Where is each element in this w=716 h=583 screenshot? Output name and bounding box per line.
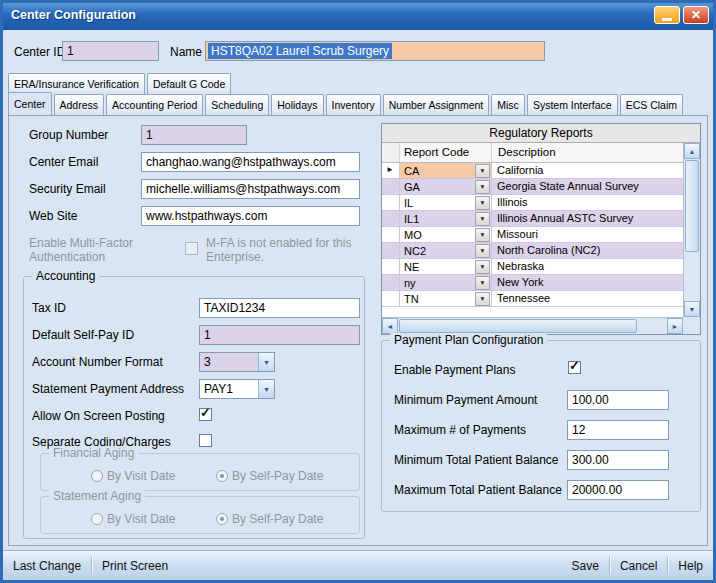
tab-accounting-period[interactable]: Accounting Period xyxy=(106,94,203,115)
tab-system-interface[interactable]: System Interface xyxy=(527,94,618,115)
table-row[interactable]: NE▼ Nebraska xyxy=(382,259,683,275)
minimum-payment-amount-input[interactable] xyxy=(567,390,669,410)
report-code-cell[interactable]: TN▼ xyxy=(400,291,492,307)
last-change-button[interactable]: Last Change xyxy=(3,559,91,573)
horizontal-scroll-track[interactable] xyxy=(638,318,667,334)
statement-payment-address-select[interactable]: PAY1 ▼ xyxy=(199,379,275,399)
statement-aging-by-visit-date-radio[interactable] xyxy=(91,513,103,525)
close-button[interactable]: ✕ xyxy=(683,6,709,24)
web-site-input[interactable] xyxy=(141,206,360,226)
report-code-cell[interactable]: NE▼ xyxy=(400,259,492,275)
vertical-scroll-thumb[interactable] xyxy=(685,160,699,252)
tab-number-assignment[interactable]: Number Assignment xyxy=(383,94,490,115)
dropdown-button[interactable]: ▼ xyxy=(475,292,490,306)
table-row[interactable]: NC2▼ North Carolina (NC2) xyxy=(382,243,683,259)
tab-era-insurance-verification[interactable]: ERA/Insurance Verification xyxy=(8,73,145,94)
group-number-input[interactable] xyxy=(141,125,247,145)
combo-button[interactable]: ▼ xyxy=(258,353,274,371)
tab-scheduling[interactable]: Scheduling xyxy=(205,94,269,115)
description-cell[interactable]: Missouri xyxy=(492,227,683,243)
report-code-cell[interactable]: IL1▼ xyxy=(400,211,492,227)
dropdown-button[interactable]: ▼ xyxy=(475,244,490,258)
description-cell[interactable]: North Carolina (NC2) xyxy=(492,243,683,259)
save-button[interactable]: Save xyxy=(562,559,609,573)
table-row[interactable]: ► CA▼ California xyxy=(382,163,683,179)
grid-col-description[interactable]: Description xyxy=(492,143,683,162)
dropdown-button[interactable]: ▼ xyxy=(475,276,490,290)
mfa-checkbox[interactable] xyxy=(185,242,198,255)
separate-coding-charges-checkbox[interactable] xyxy=(199,434,212,447)
description-cell[interactable]: California xyxy=(492,163,683,179)
mfa-note: M-FA is not enabled for this Enterprise. xyxy=(206,236,374,264)
scroll-down-button[interactable]: ▼ xyxy=(684,301,700,317)
table-row[interactable]: ny▼ New York xyxy=(382,275,683,291)
report-code-cell[interactable]: MO▼ xyxy=(400,227,492,243)
table-row[interactable]: IL1▼ Illinois Annual ASTC Survey xyxy=(382,211,683,227)
vertical-scroll-track[interactable] xyxy=(684,253,700,301)
chevron-down-icon: ▼ xyxy=(479,231,485,238)
default-self-pay-id-input[interactable] xyxy=(199,325,360,345)
description-cell[interactable]: Georgia State Annual Survey xyxy=(492,179,683,195)
grid-selector-header xyxy=(382,143,400,162)
help-button[interactable]: Help xyxy=(668,559,713,573)
security-email-input[interactable] xyxy=(141,179,360,199)
dropdown-button[interactable]: ▼ xyxy=(475,260,490,274)
table-row[interactable]: MO▼ Missouri xyxy=(382,227,683,243)
horizontal-scroll-thumb[interactable] xyxy=(399,319,637,333)
tab-misc[interactable]: Misc xyxy=(491,94,525,115)
report-code-cell[interactable]: NC2▼ xyxy=(400,243,492,259)
combo-button[interactable]: ▼ xyxy=(258,380,274,398)
statement-aging-by-visit-date-label: By Visit Date xyxy=(107,512,175,526)
tab-holidays[interactable]: Holidays xyxy=(271,94,323,115)
tab-address[interactable]: Address xyxy=(54,94,105,115)
cancel-button[interactable]: Cancel xyxy=(610,559,667,573)
print-screen-button[interactable]: Print Screen xyxy=(92,559,178,573)
regulatory-reports-title: Regulatory Reports xyxy=(382,124,700,143)
report-code-cell[interactable]: ny▼ xyxy=(400,275,492,291)
report-code-cell[interactable]: IL▼ xyxy=(400,195,492,211)
description-cell[interactable]: Nebraska xyxy=(492,259,683,275)
report-code-cell[interactable]: GA▼ xyxy=(400,179,492,195)
table-row[interactable]: IL▼ Illinois xyxy=(382,195,683,211)
description-cell[interactable]: Tennessee xyxy=(492,291,683,307)
account-number-format-select[interactable]: 3 ▼ xyxy=(199,352,275,372)
dropdown-button[interactable]: ▼ xyxy=(475,212,490,226)
financial-aging-by-self-pay-date-radio[interactable] xyxy=(216,470,228,482)
maximum-payments-input[interactable] xyxy=(567,420,669,440)
tab-center[interactable]: Center xyxy=(8,92,52,115)
tab-inventory[interactable]: Inventory xyxy=(326,94,381,115)
financial-aging-by-visit-date-radio[interactable] xyxy=(91,470,103,482)
table-row[interactable]: GA▼ Georgia State Annual Survey xyxy=(382,179,683,195)
row-selector xyxy=(382,275,400,291)
description-cell[interactable]: Illinois xyxy=(492,195,683,211)
scroll-left-button[interactable]: ◄ xyxy=(382,318,398,334)
vertical-scrollbar[interactable]: ▲ ▼ xyxy=(683,143,700,317)
scroll-right-button[interactable]: ► xyxy=(667,318,683,334)
dropdown-button[interactable]: ▼ xyxy=(475,196,490,210)
statement-aging-by-self-pay-date-radio[interactable] xyxy=(216,513,228,525)
minimize-button[interactable] xyxy=(654,6,680,24)
window-titlebar[interactable]: Center Configuration ✕ xyxy=(0,0,716,30)
allow-on-screen-posting-checkbox[interactable]: ✓ xyxy=(199,408,212,421)
grid-col-report-code[interactable]: Report Code xyxy=(400,143,492,162)
horizontal-scrollbar[interactable]: ◄ ► xyxy=(382,317,683,334)
name-input[interactable]: HST8QA02 Laurel Scrub Surgery xyxy=(205,41,545,61)
tab-default-g-code[interactable]: Default G Code xyxy=(147,73,231,94)
minimum-total-patient-balance-input[interactable] xyxy=(567,450,669,470)
report-code-cell[interactable]: CA▼ xyxy=(400,163,492,179)
dropdown-button[interactable]: ▼ xyxy=(475,180,490,194)
enable-payment-plans-checkbox[interactable]: ✓ xyxy=(568,361,581,374)
dropdown-button[interactable]: ▼ xyxy=(475,228,490,242)
tab-ecs-claim[interactable]: ECS Claim xyxy=(620,94,683,115)
scroll-up-button[interactable]: ▲ xyxy=(684,143,700,159)
description-cell[interactable]: Illinois Annual ASTC Survey xyxy=(492,211,683,227)
statement-payment-address-value: PAY1 xyxy=(200,382,258,396)
table-row[interactable]: TN▼ Tennessee xyxy=(382,291,683,307)
dropdown-button[interactable]: ▼ xyxy=(475,164,490,178)
tax-id-input[interactable] xyxy=(199,298,360,318)
maximum-total-patient-balance-input[interactable] xyxy=(567,480,669,500)
center-email-input[interactable] xyxy=(141,152,360,172)
row-selector xyxy=(382,179,400,195)
center-id-input[interactable] xyxy=(62,41,159,61)
description-cell[interactable]: New York xyxy=(492,275,683,291)
